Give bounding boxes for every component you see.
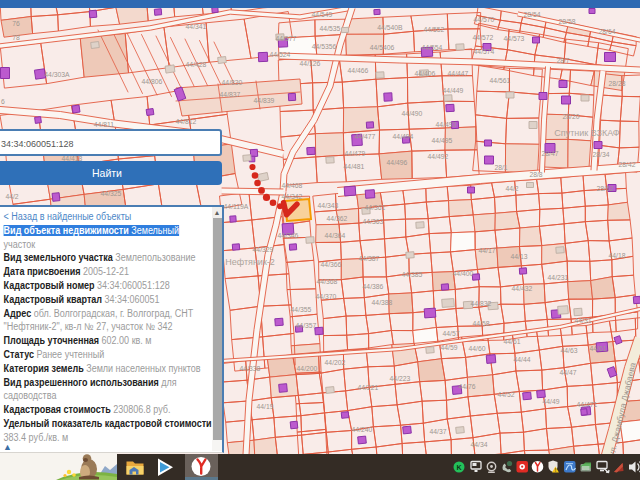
svg-text:K: K [456, 464, 461, 471]
